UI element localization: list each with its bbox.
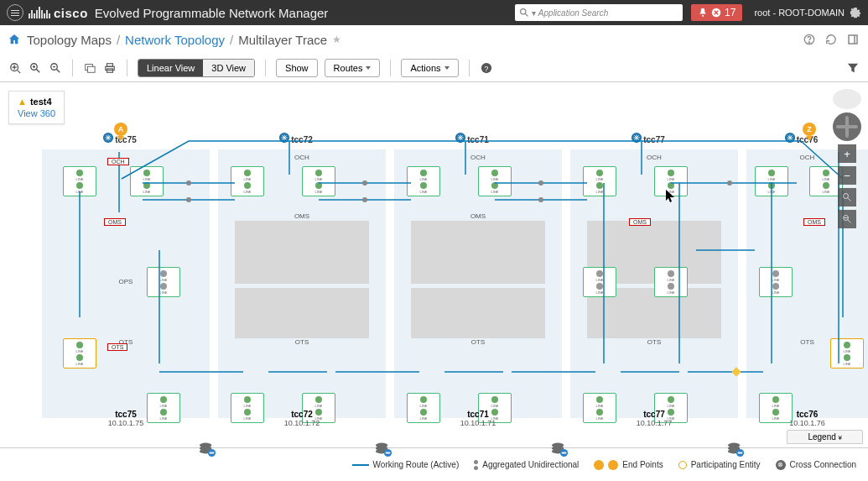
breadcrumb-link[interactable]: Network Topology [125,33,225,47]
error-icon [711,8,721,18]
view-360-link[interactable]: View 360 [18,108,55,118]
zoom-reset-btn[interactable] [838,210,856,228]
legend-participating: Participating Entity [678,460,761,469]
layer-stack-icon [726,439,745,457]
node-ip: 10.10.1.72 [218,419,386,427]
node-name-top[interactable]: tcc72 [218,135,386,144]
port[interactable]: LINELINE [63,166,96,196]
show-button[interactable]: Show [276,59,318,77]
port[interactable]: LINELINE [407,166,440,196]
och-label: OCH [800,154,815,161]
zoom-out-icon[interactable] [49,61,62,75]
print-icon[interactable] [103,61,117,75]
oms-label: OMS [470,212,486,220]
filter-icon[interactable] [846,61,860,75]
legend-tab[interactable]: Legend ¥ [787,430,863,444]
search-input[interactable]: ▾ Application Search [515,4,683,21]
svg-line-9 [18,70,21,73]
node-name-top[interactable]: tcc71 [394,135,562,144]
linear-view-button[interactable]: Linear View [138,60,203,76]
circuit-name: test4 [30,97,52,107]
ops-label: OPS [119,278,133,285]
chevron-down-icon [366,66,371,70]
pan-wheel[interactable] [833,112,861,141]
settings-icon[interactable] [850,7,861,18]
svg-rect-53 [386,452,391,454]
och-label: OCH [647,154,662,161]
node-name-top[interactable]: tcc77 [570,135,738,144]
och-highlight: OCH [107,158,129,165]
zoom-in-icon[interactable] [29,61,42,75]
svg-point-39 [844,194,849,199]
overview-icon[interactable] [833,89,861,109]
3d-view-button[interactable]: 3D View [203,60,254,76]
breadcrumb-item[interactable]: Topology Maps [27,33,112,47]
brand-text: cisco [54,6,88,20]
endpoint-a-pin[interactable]: A [114,123,127,139]
port[interactable]: LINELINE [654,267,688,297]
breadcrumb-current: Multilayer Trace [238,33,327,47]
svg-rect-20 [87,66,95,72]
topology-canvas[interactable]: ▲test4 View 360 tcc75 OPS OTS LINELINELI… [0,82,868,481]
port[interactable]: LINELINE [147,267,180,297]
port[interactable]: LINELINE [63,338,96,369]
node-name[interactable]: tcc72 [218,410,386,419]
node-name[interactable]: tcc76 [746,410,868,419]
refresh-icon[interactable] [824,33,838,46]
oms-highlight: OMS [104,218,126,226]
menu-button[interactable] [7,4,23,21]
user-menu[interactable]: root - ROOT-DOMAIN [754,8,845,18]
port[interactable]: LINELINE [830,338,864,369]
svg-rect-58 [562,452,567,454]
port[interactable]: LINELINE [583,166,616,196]
node-ip: 10.10.1.71 [394,419,562,427]
svg-line-42 [848,220,851,223]
zoom-out-btn[interactable]: − [838,166,856,185]
legend-endpoints: End Points [594,460,663,470]
view-mode-toggle[interactable]: Linear View 3D View [138,59,255,77]
zoom-in-btn[interactable]: + [838,144,856,163]
node-name[interactable]: tcc71 [394,410,562,419]
node-ip: 10.10.1.77 [570,419,738,427]
svg-point-2 [702,15,704,17]
endpoint-z-pin[interactable]: Z [803,123,816,139]
node-column-tcc77: tcc77 OCH OTS LINELINELINELINELINELINELI… [570,120,738,431]
port[interactable]: LINELINE [654,166,688,196]
actions-button[interactable]: Actions [401,59,458,77]
help-icon[interactable] [803,33,816,46]
favorite-icon[interactable]: ★ [332,34,341,45]
ots-label: OTS [295,338,309,346]
routes-button[interactable]: Routes [325,59,381,77]
svg-line-40 [848,198,851,201]
zoom-fit-btn[interactable] [838,188,856,207]
oms-highlight-76: OMS [803,218,825,226]
ots-label: OTS [647,338,661,346]
port[interactable]: LINELINE [302,166,335,196]
bell-icon [698,8,708,18]
port[interactable]: LINELINE [759,267,793,297]
port[interactable]: LINELINE [478,166,512,196]
port[interactable]: LINELINE [231,166,264,196]
dock-icon[interactable] [846,33,860,46]
port[interactable]: LINELINE [755,166,788,196]
svg-rect-6 [849,35,857,44]
node-column-tcc75: tcc75 OPS OTS LINELINELINELINELINELINELI… [42,120,210,431]
node-name[interactable]: tcc77 [570,410,738,419]
user-label: root - ROOT-DOMAIN [754,8,845,18]
alert-count: 17 [725,7,735,18]
node-footer: tcc7110.10.1.71 [394,410,562,427]
port[interactable]: LINELINE [583,267,616,297]
port[interactable]: LINELINE [130,166,164,196]
alerts-badge[interactable]: 17 [691,4,742,21]
svg-line-13 [37,69,40,72]
legend-aggregated: Aggregated Unidirectional [474,460,579,470]
svg-text:?: ? [484,64,488,72]
zoom-fit-icon[interactable] [8,61,22,75]
node-name[interactable]: tcc75 [42,410,210,419]
oms-label: OMS [294,212,309,220]
search-icon [520,8,528,17]
home-icon[interactable] [8,34,20,45]
map-nav-controls: + − [833,89,861,228]
export-icon[interactable] [83,61,96,75]
info-icon[interactable]: ? [480,61,493,75]
